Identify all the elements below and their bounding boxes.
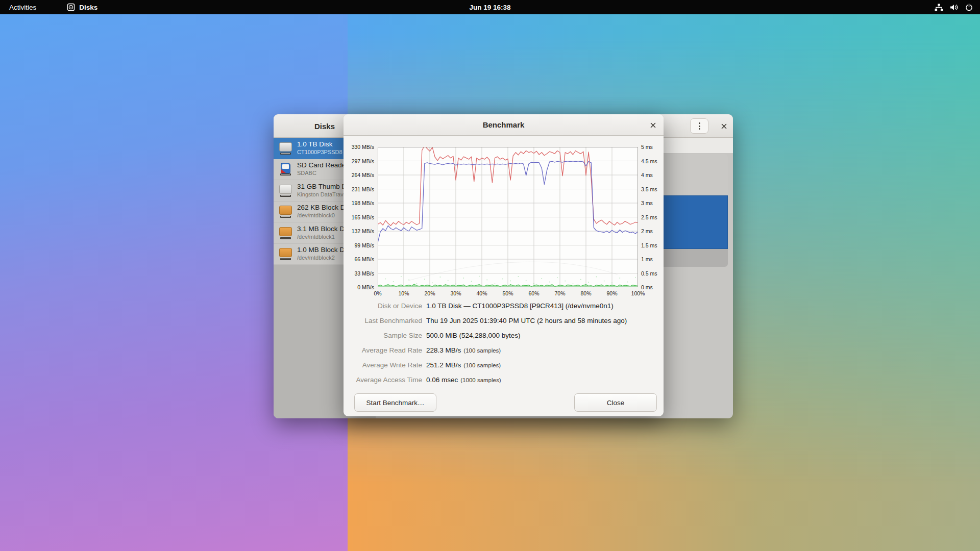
axis-tick-label: 2.5 ms	[641, 214, 664, 220]
detail-value: 251.2 MB/s	[426, 361, 461, 369]
block-device-icon	[279, 226, 292, 240]
detail-note: (100 samples)	[463, 347, 501, 354]
axis-tick-label: 0 ms	[641, 284, 664, 290]
axis-tick-label: 33 MB/s	[345, 270, 374, 277]
detail-label: Average Write Rate	[344, 361, 422, 369]
kebab-menu-icon	[699, 122, 700, 130]
thumb-drive-icon	[279, 184, 292, 197]
axis-tick-label: 90%	[601, 290, 623, 296]
benchmark-title: Benchmark	[483, 120, 525, 129]
sidebar-item-title: 1.0 TB Disk	[297, 140, 342, 149]
axis-tick-label: 2 ms	[641, 228, 664, 234]
detail-value: 0.06 msec	[426, 376, 458, 384]
axis-tick-label: 30%	[445, 290, 467, 296]
detail-label: Sample Size	[344, 332, 422, 339]
block-device-icon	[279, 247, 292, 261]
axis-tick-label: 3 ms	[641, 200, 664, 206]
axis-tick-label: 10%	[393, 290, 415, 296]
volume-icon	[950, 4, 959, 11]
benchmark-details: Disk or Device1.0 TB Disk — CT1000P3PSSD…	[344, 302, 664, 391]
axis-tick-label: 132 MB/s	[345, 228, 374, 234]
axis-tick-label: 231 MB/s	[345, 186, 374, 192]
axis-tick-label: 1.5 ms	[641, 242, 664, 248]
disks-close-button[interactable]	[719, 121, 729, 131]
close-icon	[721, 123, 727, 129]
detail-row: Last BenchmarkedThu 19 Jun 2025 01:39:40…	[344, 317, 664, 332]
axis-tick-label: 3.5 ms	[641, 186, 664, 192]
axis-tick-label: 70%	[549, 290, 571, 296]
detail-label: Last Benchmarked	[344, 317, 422, 324]
network-icon	[935, 4, 943, 11]
axis-tick-label: 0.5 ms	[641, 270, 664, 277]
axis-tick-label: 165 MB/s	[345, 214, 374, 220]
detail-row: Average Write Rate251.2 MB/s(100 samples…	[344, 361, 664, 376]
clock[interactable]: Jun 19 16:38	[0, 4, 980, 11]
detail-value: Thu 19 Jun 2025 01:39:40 PM UTC (2 hours…	[426, 317, 627, 324]
axis-tick-label: 198 MB/s	[345, 200, 374, 206]
benchmark-close-button[interactable]	[648, 120, 658, 130]
close-button[interactable]: Close	[574, 393, 657, 412]
sidebar-item-subtitle: CT1000P3PSSD8	[297, 149, 342, 156]
axis-tick-label: 5 ms	[641, 144, 664, 150]
axis-tick-label: 0 MB/s	[345, 284, 374, 290]
axis-tick-label: 330 MB/s	[345, 144, 374, 150]
sidebar-item-title: SD Card Reader	[297, 161, 348, 170]
detail-row: Sample Size500.0 MiB (524,288,000 bytes)	[344, 332, 664, 346]
sidebar-item-subtitle: SDABC	[297, 170, 348, 177]
detail-value: 228.3 MB/s	[426, 346, 461, 354]
axis-tick-label: 66 MB/s	[345, 256, 374, 262]
detail-row: Average Access Time0.06 msec(1000 sample…	[344, 376, 664, 391]
benchmark-chart	[378, 147, 638, 287]
detail-row: Average Read Rate228.3 MB/s(100 samples)	[344, 346, 664, 361]
detail-value: 500.0 MiB (524,288,000 bytes)	[426, 332, 521, 339]
block-device-icon	[279, 205, 292, 218]
detail-row: Disk or Device1.0 TB Disk — CT1000P3PSSD…	[344, 302, 664, 317]
axis-tick-label: 40%	[471, 290, 493, 296]
detail-label: Average Read Rate	[344, 346, 422, 354]
hard-disk-icon	[279, 141, 292, 155]
axis-tick-label: 20%	[419, 290, 441, 296]
power-icon	[965, 4, 973, 11]
benchmark-dialog: Benchmark 330 MB/s297 MB/s264 MB/s231 MB…	[344, 114, 664, 416]
axis-tick-label: 4 ms	[641, 172, 664, 178]
axis-tick-label: 264 MB/s	[345, 172, 374, 178]
detail-label: Disk or Device	[344, 302, 422, 310]
disks-window-title: Disks	[314, 122, 335, 131]
detail-note: (1000 samples)	[460, 377, 501, 383]
detail-note: (100 samples)	[463, 362, 501, 368]
detail-value: 1.0 TB Disk — CT1000P3PSSD8 [P9CR413] (/…	[426, 302, 614, 310]
axis-tick-label: 60%	[523, 290, 545, 296]
axis-tick-label: 0%	[366, 290, 389, 296]
axis-tick-label: 50%	[497, 290, 519, 296]
benchmark-headerbar: Benchmark	[344, 114, 664, 136]
axis-tick-label: 297 MB/s	[345, 158, 374, 164]
sd-card-icon	[279, 162, 292, 176]
axis-tick-label: 4.5 ms	[641, 158, 664, 164]
axis-tick-label: 80%	[575, 290, 597, 296]
close-icon	[650, 122, 656, 128]
detail-label: Average Access Time	[344, 376, 422, 384]
axis-tick-label: 100%	[627, 290, 649, 296]
menu-button[interactable]	[690, 118, 708, 134]
axis-tick-label: 99 MB/s	[345, 242, 374, 248]
axis-tick-label: 1 ms	[641, 256, 664, 262]
top-bar: Activities Disks Jun 19 16:38	[0, 0, 980, 14]
start-benchmark-button[interactable]: Start Benchmark…	[354, 393, 436, 412]
system-status-area[interactable]	[935, 0, 973, 14]
